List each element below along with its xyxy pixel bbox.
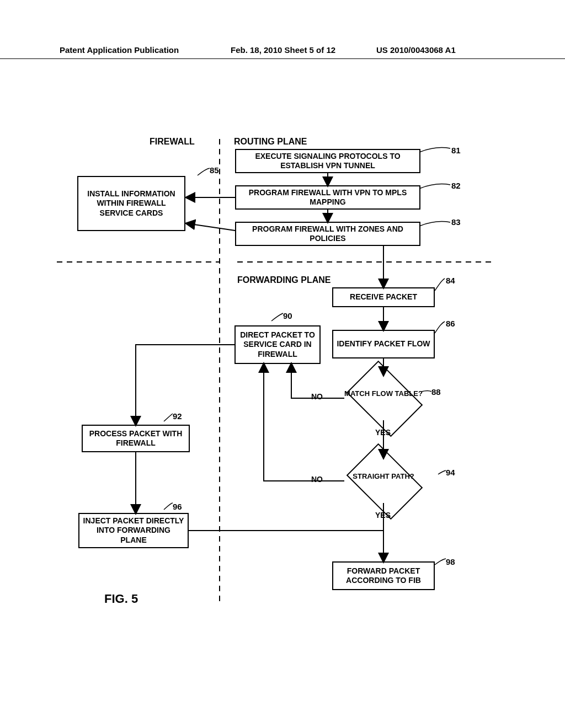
- page-header: Patent Application Publication Feb. 18, …: [0, 45, 565, 59]
- figure-label: FIG. 5: [104, 592, 138, 606]
- col-forwarding-label: FORWARDING PLANE: [237, 275, 331, 285]
- box-forward-fib: FORWARD PACKET ACCORDING TO FIB: [332, 561, 435, 590]
- yes-label-88: YES: [375, 428, 391, 437]
- header-right: US 2010/0043068 A1: [376, 45, 456, 55]
- yes-label-94: YES: [375, 511, 391, 520]
- ref-85: 85: [210, 165, 219, 175]
- col-firewall-label: FIREWALL: [150, 137, 195, 147]
- ref-83: 83: [451, 217, 461, 227]
- decision-straight-path-text: STRAIGHT PATH?: [344, 472, 423, 481]
- connectors-overlay: [0, 0, 565, 728]
- box-inject-packet: INJECT PACKET DIRECTLY INTO FORWARDING P…: [78, 513, 189, 548]
- header-mid: Feb. 18, 2010 Sheet 5 of 12: [231, 45, 335, 55]
- ref-94: 94: [446, 468, 455, 477]
- box-process-packet: PROCESS PACKET WITH FIREWALL: [82, 425, 190, 452]
- ref-81: 81: [451, 146, 461, 155]
- ref-82: 82: [451, 181, 461, 190]
- col-routing-label: ROUTING PLANE: [234, 137, 307, 147]
- ref-92: 92: [173, 411, 182, 421]
- ref-90: 90: [283, 311, 292, 320]
- ref-86: 86: [446, 319, 455, 328]
- box-receive-packet: RECEIVE PACKET: [332, 287, 435, 307]
- ref-88: 88: [431, 387, 441, 397]
- box-identify-flow: IDENTIFY PACKET FLOW: [332, 330, 435, 358]
- box-execute-signaling: EXECUTE SIGNALING PROTOCOLS TO ESTABLISH…: [235, 149, 420, 173]
- no-label-88: NO: [311, 392, 323, 401]
- no-label-94: NO: [311, 475, 323, 484]
- svg-line-4: [186, 223, 235, 231]
- box-direct-packet: DIRECT PACKET TO SERVICE CARD IN FIREWAL…: [234, 325, 321, 364]
- ref-84: 84: [446, 276, 455, 285]
- ref-98: 98: [446, 557, 455, 566]
- box-program-vpn-mpls: PROGRAM FIREWALL WITH VPN TO MPLS MAPPIN…: [235, 185, 420, 210]
- box-program-zones: PROGRAM FIREWALL WITH ZONES AND POLICIES: [235, 222, 420, 246]
- ref-96: 96: [173, 502, 182, 511]
- decision-match-flow-text: MATCH FLOW TABLE?: [344, 389, 423, 398]
- box-install-info: INSTALL INFORMATION WITHIN FIREWALL SERV…: [77, 176, 185, 231]
- decision-straight-path: STRAIGHT PATH?: [344, 469, 423, 513]
- decision-match-flow: MATCH FLOW TABLE?: [344, 386, 423, 430]
- header-left: Patent Application Publication: [60, 45, 179, 55]
